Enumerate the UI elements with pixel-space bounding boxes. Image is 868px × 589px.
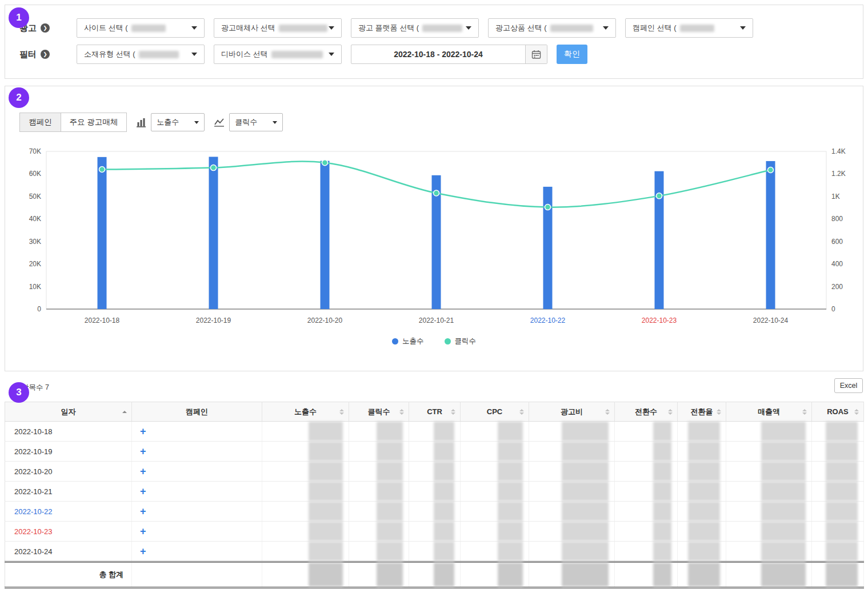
column-header-CPC[interactable]: CPC [461,402,529,422]
redacted-value [826,442,858,461]
redacted-value [377,542,403,561]
expand-row-button[interactable]: + [132,522,146,541]
chevron-down-icon [273,121,277,124]
redacted-value [434,522,454,541]
date-cell: 2022-10-24 [5,542,132,562]
redacted-value [653,502,671,521]
clicks-point [768,167,774,173]
column-header-광고비[interactable]: 광고비 [529,402,615,422]
device-select-dropdown[interactable]: 디바이스 선택 [214,45,342,64]
left-axis-tick: 70K [29,147,41,155]
expand-row-button[interactable]: + [132,502,146,521]
column-header-전환수[interactable]: 전환수 [615,402,678,422]
column-header-CTR[interactable]: CTR [409,402,461,422]
redacted-value [761,422,806,441]
left-axis-tick: 10K [29,283,41,291]
expand-row-button[interactable]: + [132,542,146,561]
total-metric-cell [529,562,615,588]
ad-product-select-dropdown[interactable]: 광고상품 선택 ( [488,18,616,38]
left-axis-tick: 60K [29,170,41,178]
column-header-클릭수[interactable]: 클릭수 [349,402,409,422]
campaign-cell: + [132,442,262,462]
chevron-right-icon[interactable]: ❯ [41,50,50,59]
bar-metric-select[interactable]: 노출수 [151,113,205,131]
metric-cell [529,542,615,562]
redacted-value [309,482,343,501]
redacted-value [761,522,806,541]
combo-chart: 010K20K30K40K50K60K70K02004006008001K1.2… [9,143,859,332]
metric-cell [812,422,864,442]
campaign-select-dropdown[interactable]: 캠페인 선택 ( [625,18,753,38]
metric-cell [678,462,726,482]
redacted-value [653,462,671,481]
table-row: 2022-10-18+ [5,422,864,442]
excel-export-button[interactable]: Excel [834,378,863,393]
total-label: 총 합계 [5,562,132,588]
redacted-value [498,442,523,461]
metric-cell [262,422,349,442]
site-select-dropdown[interactable]: 사이트 선택 ( [77,18,205,38]
date-range-picker[interactable]: 2022-10-18 - 2022-10-24 [351,45,547,64]
redacted-value [377,422,403,441]
total-metric-cell [262,562,349,588]
sort-icons [451,409,455,415]
media-company-select-dropdown[interactable]: 광고매체사 선택 [214,18,342,38]
sort-icons [519,409,524,415]
redacted-value [761,482,806,501]
metric-cell [461,502,529,522]
chevron-right-icon[interactable]: ❯ [41,23,50,33]
campaign-cell: + [132,482,262,502]
left-axis-tick: 30K [29,238,41,246]
calendar-icon [531,50,541,59]
column-header-일자[interactable]: 일자 [5,402,132,422]
impressions-bar [209,157,218,309]
metric-cell [461,522,529,542]
impressions-bar [655,171,664,309]
redacted-value [434,542,454,561]
campaign-cell: + [132,522,262,542]
redacted-value [562,522,609,541]
sort-icons [339,409,344,415]
line-metric-select[interactable]: 클릭수 [229,113,283,131]
filter-panel: 광고 ❯ 사이트 선택 ( 광고매체사 선택 광고 플랫폼 선택 ( 광고상품 … [5,5,863,79]
ad-platform-select-dropdown[interactable]: 광고 플랫폼 선택 ( [351,18,479,38]
redacted-total-value [309,563,343,587]
left-axis-tick: 0 [37,305,41,313]
right-axis-tick: 1.4K [831,147,846,155]
column-header-ROAS[interactable]: ROAS [812,402,864,422]
metric-cell [615,502,678,522]
expand-row-button[interactable]: + [132,462,146,481]
metric-cell [349,482,409,502]
column-header-매출액[interactable]: 매출액 [726,402,812,422]
redacted-value [761,462,806,481]
line-metric-value: 클릭수 [235,117,257,127]
column-header-노출수[interactable]: 노출수 [262,402,349,422]
metric-cell [349,422,409,442]
table-row: 2022-10-20+ [5,462,864,482]
redacted-value [562,502,609,521]
table-row: 2022-10-24+ [5,542,864,562]
metric-cell [461,462,529,482]
device-select-label: 디바이스 선택 [221,49,268,59]
expand-row-button[interactable]: + [132,482,146,501]
creative-type-select-dropdown[interactable]: 소재유형 선택 ( [77,45,205,64]
tab-campaign[interactable]: 캠페인 [19,113,61,132]
redacted-value [422,25,462,32]
redacted-value [688,422,720,441]
column-header-전환율[interactable]: 전환율 [678,402,726,422]
chevron-down-icon [466,26,471,30]
expand-row-button[interactable]: + [132,442,146,461]
metric-cell [678,522,726,542]
tab-major-media[interactable]: 주요 광고매체 [61,113,127,132]
expand-row-button[interactable]: + [132,422,146,441]
metric-cell [678,542,726,562]
campaign-select-label: 캠페인 선택 ( [633,23,677,33]
bar-metric-value: 노출수 [157,117,179,127]
column-header-label: 광고비 [561,407,583,416]
redacted-total-value [653,563,671,587]
redacted-total-value [434,563,454,587]
metric-cell [529,522,615,542]
calendar-button[interactable] [525,45,547,63]
sort-icons [605,409,610,415]
confirm-button[interactable]: 확인 [557,45,587,64]
